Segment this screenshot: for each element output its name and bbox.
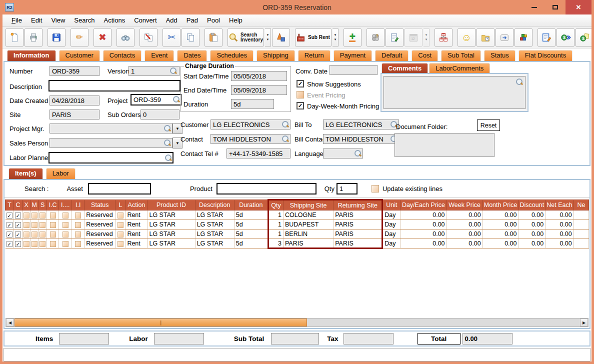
cell-day_each_price[interactable]: 0.00	[400, 220, 446, 230]
row-checkbox-cell[interactable]	[38, 210, 47, 220]
checked-checkbox-icon[interactable]: ✓	[15, 222, 21, 228]
cell-ne[interactable]	[574, 239, 588, 248]
cell-product_id[interactable]: LG STAR	[148, 239, 195, 248]
update-existing-lines-checkbox[interactable]	[372, 185, 379, 192]
cell-duration[interactable]: 5d	[234, 239, 268, 248]
column-header-x[interactable]: X	[22, 200, 30, 210]
row-checkbox-cell[interactable]	[59, 220, 72, 230]
tab-status[interactable]: Status	[484, 50, 516, 61]
cell-returning_site[interactable]: PARIS	[334, 220, 382, 230]
calendar-button[interactable]: 12	[404, 28, 422, 46]
cell-unit[interactable]: Day	[382, 210, 400, 220]
cell-net_each[interactable]: 0.00	[546, 210, 574, 220]
row-checkbox-cell[interactable]	[30, 220, 38, 230]
row-checkbox-cell[interactable]: ✓	[6, 210, 14, 220]
unchecked-checkbox-icon[interactable]	[50, 212, 56, 218]
tab-information[interactable]: Information	[7, 50, 56, 61]
cut-button[interactable]: ✂	[162, 28, 180, 46]
menu-item-edit[interactable]: Edit	[26, 15, 46, 26]
column-header-unit[interactable]: Unit	[382, 200, 400, 210]
app-icon[interactable]: R2	[5, 3, 14, 12]
column-header-s[interactable]: S	[38, 200, 47, 210]
cell-week_price[interactable]: 0.00	[446, 239, 482, 248]
cell-description[interactable]: LG STAR	[195, 220, 234, 230]
menu-item-help[interactable]: Help	[224, 15, 247, 26]
smiley-button[interactable]: ☺	[458, 28, 476, 46]
cell-day_each_price[interactable]: 0.00	[400, 230, 446, 239]
column-header-i-c[interactable]: I.C	[47, 200, 59, 210]
cell-week_price[interactable]: 0.00	[446, 210, 482, 220]
labor-planner-lookup-icon[interactable]	[164, 154, 172, 162]
column-header-m[interactable]: M	[30, 200, 38, 210]
cell-duration[interactable]: 5d	[234, 220, 268, 230]
cell-description[interactable]: LG STAR	[195, 210, 234, 220]
paste-button[interactable]	[204, 28, 222, 46]
column-header-day-each-price[interactable]: Day/Each Price	[400, 200, 446, 210]
unchecked-checkbox-icon[interactable]	[62, 241, 68, 247]
menu-item-file[interactable]: File	[7, 15, 26, 26]
cell-description[interactable]: LG STAR	[195, 230, 234, 239]
column-header-description[interactable]: Description	[195, 200, 234, 210]
calendar-dropdown[interactable]: ▼▼	[424, 28, 430, 46]
cell-discount[interactable]: 0.00	[518, 210, 546, 220]
row-checkbox-cell[interactable]	[38, 230, 47, 239]
cell-unit[interactable]: Day	[382, 239, 400, 248]
unchecked-checkbox-icon[interactable]	[24, 241, 30, 247]
row-checkbox-cell[interactable]: ✓	[6, 239, 14, 248]
project-mgr-lookup-icon[interactable]	[164, 124, 171, 132]
cell-ne[interactable]	[574, 230, 588, 239]
cell-qty[interactable]: 1	[268, 220, 283, 230]
tab-shipping[interactable]: Shipping	[256, 50, 295, 61]
row-checkbox-cell[interactable]	[116, 220, 126, 230]
column-header-duration[interactable]: Duration	[234, 200, 268, 210]
group-button[interactable]: ?	[366, 28, 384, 46]
column-header-c[interactable]: C	[14, 200, 22, 210]
unchecked-checkbox-icon[interactable]	[40, 241, 46, 247]
tab-payment[interactable]: Payment	[334, 50, 372, 61]
cell-day_each_price[interactable]: 0.00	[400, 239, 446, 248]
cell-month_price[interactable]: 0.00	[482, 220, 518, 230]
row-checkbox-cell[interactable]: ✓	[6, 220, 14, 230]
cell-unit[interactable]: Day	[382, 230, 400, 239]
cell-week_price[interactable]: 0.00	[446, 220, 482, 230]
unchecked-checkbox-icon[interactable]	[24, 232, 30, 238]
row-checkbox-cell[interactable]: ✓	[6, 230, 14, 239]
sub-rent-button[interactable]: Sub Rent	[295, 28, 332, 46]
column-header-i-i[interactable]: I.I	[72, 200, 84, 210]
add-item-button[interactable]: ✚	[344, 28, 362, 46]
version-lookup-icon[interactable]	[170, 67, 177, 74]
unchecked-checkbox-icon[interactable]	[24, 222, 30, 228]
row-checkbox-cell[interactable]	[38, 220, 47, 230]
tab-event[interactable]: Event	[144, 50, 174, 61]
unchecked-checkbox-icon[interactable]	[50, 232, 56, 238]
tab-labor[interactable]: Labor	[46, 168, 76, 179]
cell-returning_site[interactable]: PARIS	[334, 239, 382, 248]
column-header-l[interactable]: L	[116, 200, 126, 210]
unchecked-checkbox-icon[interactable]	[32, 212, 38, 218]
checked-checkbox-icon[interactable]: ✓	[6, 232, 12, 238]
shapes-button[interactable]	[272, 28, 290, 46]
unchecked-checkbox-icon[interactable]	[75, 232, 81, 238]
cell-month_price[interactable]: 0.00	[482, 230, 518, 239]
cell-duration[interactable]: 5d	[234, 210, 268, 220]
transfer-document-button[interactable]	[140, 28, 158, 46]
column-header-returning-site[interactable]: Returning Site	[334, 200, 382, 210]
checked-checkbox-icon[interactable]: ✓	[6, 241, 12, 247]
cell-product_id[interactable]: LG STAR	[148, 220, 195, 230]
row-checkbox-cell[interactable]	[72, 239, 84, 248]
scroll-right-arrow[interactable]: ▶	[580, 318, 588, 326]
column-header-action[interactable]: Action	[126, 200, 148, 210]
money-forward-button[interactable]: $	[556, 28, 574, 46]
new-document-button[interactable]	[6, 28, 24, 46]
cell-shipping_site[interactable]: PARIS	[283, 239, 333, 248]
menu-item-pool[interactable]: Pool	[202, 15, 224, 26]
show-suggestions-checkbox[interactable]: ✓	[296, 80, 304, 88]
product-input[interactable]	[216, 183, 316, 194]
checked-checkbox-icon[interactable]: ✓	[6, 212, 12, 218]
close-button[interactable]: ✕	[566, 0, 592, 14]
scroll-left-arrow[interactable]: ◀	[6, 318, 14, 326]
row-checkbox-cell[interactable]	[22, 230, 30, 239]
column-header-month-price[interactable]: Month Price	[482, 200, 518, 210]
checked-checkbox-icon[interactable]: ✓	[15, 241, 21, 247]
bill-contact-field[interactable]: TOM HIDDLESTON	[323, 134, 399, 144]
